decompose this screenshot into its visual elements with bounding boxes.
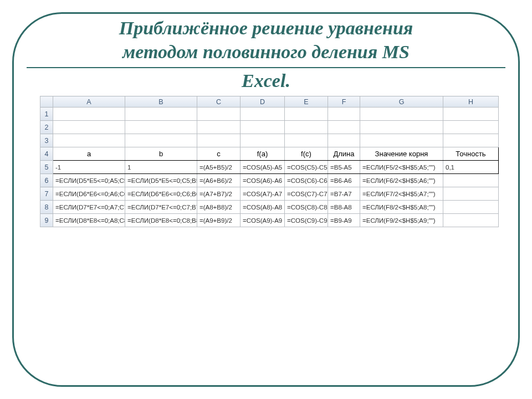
cell[interactable]: =B6-A6 (328, 174, 360, 187)
cell[interactable]: =COS(C6)-C6 (285, 174, 328, 187)
col-B[interactable]: B (125, 96, 197, 108)
cell[interactable]: =ЕСЛИ(F8/2<$H$5;A8;"") (360, 201, 443, 214)
cell[interactable]: =(A9+B9)/2 (197, 214, 241, 227)
col-F[interactable]: F (328, 96, 360, 108)
cell[interactable] (241, 108, 285, 121)
cell[interactable]: =ЕСЛИ(D8*E8<=0;A8;C8) (53, 214, 125, 227)
cell[interactable]: =B9-A9 (328, 214, 360, 227)
row-header[interactable]: 8 (40, 201, 53, 214)
row-header[interactable]: 5 (40, 161, 53, 174)
cell[interactable] (360, 108, 443, 121)
cell[interactable]: -1 (53, 161, 125, 174)
row-header[interactable]: 6 (40, 174, 53, 187)
col-H[interactable]: H (443, 96, 499, 108)
cell[interactable]: a (53, 147, 125, 161)
row-header[interactable]: 9 (40, 214, 53, 227)
cell[interactable] (53, 121, 125, 134)
col-C[interactable]: C (197, 96, 241, 108)
cell[interactable]: =B8-A8 (328, 201, 360, 214)
excel-screenshot: A B C D E F G H 1234abcf(a)f(c)ДлинаЗнач… (40, 96, 495, 227)
cell[interactable] (125, 134, 197, 147)
cell[interactable] (360, 134, 443, 147)
cell[interactable] (53, 134, 125, 147)
cell[interactable] (241, 134, 285, 147)
title-underline (27, 67, 505, 68)
cell[interactable]: Значение корня (360, 147, 443, 161)
cell[interactable] (443, 121, 499, 134)
table-row: 4abcf(a)f(c)ДлинаЗначение корняТочность (40, 147, 499, 161)
cell[interactable]: =ЕСЛИ(D5*E5<=0;C5;B5) (125, 174, 197, 187)
cell[interactable] (197, 134, 241, 147)
cell[interactable] (443, 174, 499, 187)
cell[interactable] (285, 121, 328, 134)
title-line-3: Excel. (23, 69, 509, 93)
cell[interactable]: =B5-A5 (328, 161, 360, 174)
cell[interactable]: 1 (125, 161, 197, 174)
column-header-row: A B C D E F G H (40, 96, 499, 108)
cell[interactable]: =COS(A7)-A7 (241, 187, 285, 201)
slide-title: Приближённое решение уравнения методом п… (23, 17, 509, 93)
cell[interactable] (241, 121, 285, 134)
cell[interactable]: f(a) (241, 147, 285, 161)
cell[interactable]: =COS(C8)-C8 (285, 201, 328, 214)
cell[interactable]: =COS(C9)-C9 (285, 214, 328, 227)
cell[interactable]: =ЕСЛИ(D6*E6<=0;A6;C6) (53, 187, 125, 201)
row-header[interactable]: 2 (40, 121, 53, 134)
cell[interactable] (197, 121, 241, 134)
title-line-1: Приближённое решение уравнения (119, 18, 413, 38)
row-header[interactable]: 4 (40, 147, 53, 161)
cell[interactable] (443, 214, 499, 227)
cell[interactable]: Длина (328, 147, 360, 161)
cell[interactable]: =COS(C7)-C7 (285, 187, 328, 201)
cell[interactable]: =ЕСЛИ(D7*E7<=0;A7;C7) (53, 201, 125, 214)
cell[interactable]: =COS(A8)-A8 (241, 201, 285, 214)
cell[interactable]: =ЕСЛИ(D8*E8<=0;C8;B8) (125, 214, 197, 227)
cell[interactable]: =(A6+B6)/2 (197, 174, 241, 187)
cell[interactable]: =ЕСЛИ(D7*E7<=0;C7;B7) (125, 201, 197, 214)
row-header[interactable]: 7 (40, 187, 53, 201)
cell[interactable] (125, 108, 197, 121)
table-row: 6=ЕСЛИ(D5*E5<=0;A5;C5)=ЕСЛИ(D5*E5<=0;C5;… (40, 174, 499, 187)
cell[interactable]: =ЕСЛИ(D6*E6<=0;C6;B6) (125, 187, 197, 201)
cell[interactable]: =(A7+B7)/2 (197, 187, 241, 201)
cell[interactable]: Точность (443, 147, 499, 161)
cell[interactable]: =ЕСЛИ(F6/2<$H$5;A6;"") (360, 174, 443, 187)
cell[interactable]: b (125, 147, 197, 161)
cell[interactable]: =(A8+B8)/2 (197, 201, 241, 214)
table-row: 5-11=(A5+B5)/2=COS(A5)-A5=COS(C5)-C5=B5-… (40, 161, 499, 174)
cell[interactable] (328, 134, 360, 147)
row-header[interactable]: 3 (40, 134, 53, 147)
excel-body: 1234abcf(a)f(c)ДлинаЗначение корняТочнос… (40, 108, 499, 227)
cell[interactable]: c (197, 147, 241, 161)
cell[interactable] (125, 121, 197, 134)
cell[interactable]: =(A5+B5)/2 (197, 161, 241, 174)
cell[interactable]: 0,1 (443, 161, 499, 174)
col-A[interactable]: A (53, 96, 125, 108)
cell[interactable]: =ЕСЛИ(F5/2<$H$5;A5;"") (360, 161, 443, 174)
cell[interactable]: =COS(C5)-C5 (285, 161, 328, 174)
select-all-corner[interactable] (40, 96, 53, 108)
cell[interactable]: =ЕСЛИ(F9/2<$H$5;A9;"") (360, 214, 443, 227)
col-E[interactable]: E (285, 96, 328, 108)
cell[interactable]: =ЕСЛИ(F7/2<$H$5;A7;"") (360, 187, 443, 201)
cell[interactable]: =COS(A9)-A9 (241, 214, 285, 227)
cell[interactable] (285, 108, 328, 121)
cell[interactable] (443, 201, 499, 214)
cell[interactable] (53, 108, 125, 121)
cell[interactable] (328, 121, 360, 134)
col-G[interactable]: G (360, 96, 443, 108)
cell[interactable] (285, 134, 328, 147)
row-header[interactable]: 1 (40, 108, 53, 121)
cell[interactable]: =B7-A7 (328, 187, 360, 201)
cell[interactable] (443, 108, 499, 121)
cell[interactable]: =COS(A5)-A5 (241, 161, 285, 174)
cell[interactable]: =ЕСЛИ(D5*E5<=0;A5;C5) (53, 174, 125, 187)
cell[interactable]: f(c) (285, 147, 328, 161)
cell[interactable] (360, 121, 443, 134)
cell[interactable] (443, 134, 499, 147)
cell[interactable] (328, 108, 360, 121)
col-D[interactable]: D (241, 96, 285, 108)
cell[interactable] (443, 187, 499, 201)
cell[interactable]: =COS(A6)-A6 (241, 174, 285, 187)
cell[interactable] (197, 108, 241, 121)
